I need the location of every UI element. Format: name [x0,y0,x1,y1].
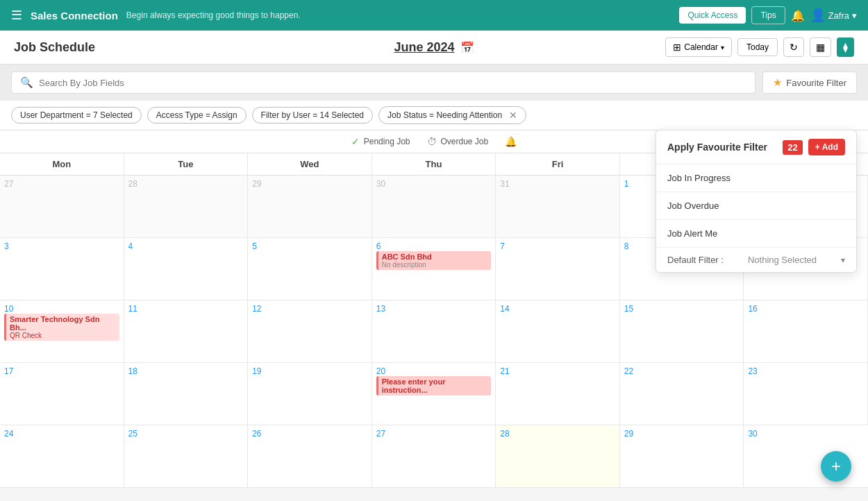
cal-cell-w5-fri: 28 [496,425,620,488]
star-icon: ★ [773,76,782,89]
refresh-button[interactable]: ↻ [783,37,804,57]
tips-button[interactable]: Tips [751,6,785,24]
event-instruction[interactable]: Please enter your instruction... [376,376,492,396]
cal-cell-w2-fri: 7 [496,238,620,300]
add-fab-button[interactable]: + [821,451,851,482]
cal-cell-w3-thu: 13 [372,300,496,363]
event-smarter-tech[interactable]: Smarter Technology Sdn Bh... QR Check [4,314,119,341]
cal-cell-w1-mon: 27 [0,176,124,238]
fav-panel-title: Apply Favourite Filter [667,142,767,153]
event-desc-smarter: QR Check [10,332,116,339]
favourite-filter-button[interactable]: ★ Favourite Filter [762,71,857,94]
fav-item-2[interactable]: Job Alert Me [656,220,856,248]
cal-cell-w2-mon: 3 [0,238,124,300]
cal-cell-w4-thu: 20 Please enter your instruction... [372,363,496,425]
event-name-smarter: Smarter Technology Sdn Bh... [10,315,116,332]
cal-cell-w2-thu: 6 ABC Sdn Bhd No description [372,238,496,300]
cal-cell-w5-thu: 27 [372,425,496,488]
legend-overdue-label: Overdue Job [441,137,489,146]
top-navigation: ☰ Sales Connection Begin always expectin… [0,0,868,31]
single-day-view-button[interactable]: ▦ [810,37,831,57]
filter-tag-job-status-label: Job Status = Needing Attention [387,110,502,120]
page-header: Job Schedule June 2024 📅 ⊞ Calendar ▾ To… [0,31,868,65]
legend-overdue: ⏱ Overdue Job [427,136,489,147]
cal-cell-w4-mon: 17 [0,363,124,425]
filter-tag-close-icon[interactable]: ✕ [509,110,517,121]
cal-cell-w2-wed: 5 [248,238,372,300]
cal-cell-w2-tue: 4 [124,238,249,300]
cal-cell-w4-sat: 22 [620,363,744,425]
cal-cell-w4-fri: 21 [496,363,620,425]
topnav-left: ☰ Sales Connection Begin always expectin… [11,8,679,23]
filter-tags-row: User Department = 7 Selected Access Type… [0,101,868,130]
col-header-mon: Mon [0,153,124,175]
cal-cell-w5-mon: 24 [0,425,124,488]
filter-button[interactable]: ⧫ [837,37,854,57]
menu-icon[interactable]: ☰ [11,8,22,23]
filter-tag-access-type[interactable]: Access Type = Assign [147,107,247,124]
check-icon: ✓ [351,136,360,147]
event-name: ABC Sdn Bhd [382,253,488,261]
cal-cell-w5-tue: 25 [124,425,249,488]
user-avatar-icon: 👤 [810,8,826,23]
search-icon: 🔍 [20,76,33,89]
clock-icon: ⏱ [427,136,437,147]
view-chevron-icon: ▾ [721,44,724,51]
cal-cell-w5-sat: 29 [620,425,744,488]
calendar-icon[interactable]: 📅 [460,41,474,54]
today-button[interactable]: Today [737,38,778,56]
calendar-view-button[interactable]: ⊞ Calendar ▾ [665,37,732,57]
month-title: June 2024 [394,40,454,55]
page-title: Job Schedule [14,40,95,54]
search-input[interactable] [39,78,746,88]
cal-cell-w3-sat: 15 [620,300,744,363]
cal-cell-w1-wed: 29 [248,176,372,238]
cal-cell-w3-sun: 16 [744,300,868,363]
legend-bell-icon: 🔔 [505,136,517,147]
cal-cell-w4-tue: 18 [124,363,249,425]
search-input-wrap: 🔍 [11,71,756,94]
filter-tag-job-status[interactable]: Job Status = Needing Attention ✕ [378,106,526,124]
cal-cell-w3-tue: 11 [124,300,249,363]
cal-cell-w3-mon: 10 Smarter Technology Sdn Bh... QR Check [0,300,124,363]
favourite-filter-label: Favourite Filter [786,78,846,88]
event-abc-sdn-bhd[interactable]: ABC Sdn Bhd No description [376,251,492,270]
default-filter-value: Nothing Selected [748,255,817,265]
cal-cell-w1-tue: 28 [124,176,249,238]
legend-pending-label: Pending Job [364,137,410,146]
fav-panel-header: Apply Favourite Filter 22 + Add [656,130,856,164]
filter-tag-department[interactable]: User Department = 7 Selected [11,107,142,124]
tagline: Begin always expecting good things to ha… [126,10,301,20]
fav-item-0[interactable]: Job In Progress [656,164,856,192]
col-header-wed: Wed [248,153,372,175]
col-header-tue: Tue [124,153,249,175]
add-favourite-button[interactable]: + Add [808,139,845,155]
grid-icon: ⊞ [673,42,681,53]
event-name-instruction: Please enter your instruction... [382,377,488,394]
bell-icon[interactable]: 🔔 [791,9,805,22]
page-right: ⊞ Calendar ▾ Today ↻ ▦ ⧫ [644,37,855,57]
cal-cell-w3-wed: 12 [248,300,372,363]
cal-cell-w1-thu: 30 [372,176,496,238]
quick-access-button[interactable]: Quick Access [679,7,746,24]
col-header-thu: Thu [372,153,496,175]
fav-panel-actions: 22 + Add [783,139,845,155]
page-center: June 2024 📅 [224,40,644,55]
fav-item-1[interactable]: Job Overdue [656,192,856,220]
user-name: Zafra [828,10,849,21]
fav-default-filter[interactable]: Default Filter : Nothing Selected ▾ [656,248,856,272]
default-filter-label: Default Filter : [667,255,724,265]
calendar-view-label: Calendar [684,42,718,52]
cal-cell-w4-wed: 19 [248,363,372,425]
brand-name: Sales Connection [31,10,118,22]
legend-bell: 🔔 [505,136,517,147]
filter-tag-user[interactable]: Filter by User = 14 Selected [252,107,373,124]
cal-cell-w1-fri: 31 [496,176,620,238]
cal-cell-w5-sun: 30 [744,425,868,488]
favourite-filter-panel: Apply Favourite Filter 22 + Add Job In P… [656,130,857,273]
cal-cell-w5-wed: 26 [248,425,372,488]
user-menu[interactable]: 👤 Zafra ▾ [810,8,857,23]
user-chevron-icon: ▾ [852,10,857,21]
search-bar: 🔍 ★ Favourite Filter [0,65,868,101]
default-filter-chevron-icon: ▾ [841,255,845,265]
